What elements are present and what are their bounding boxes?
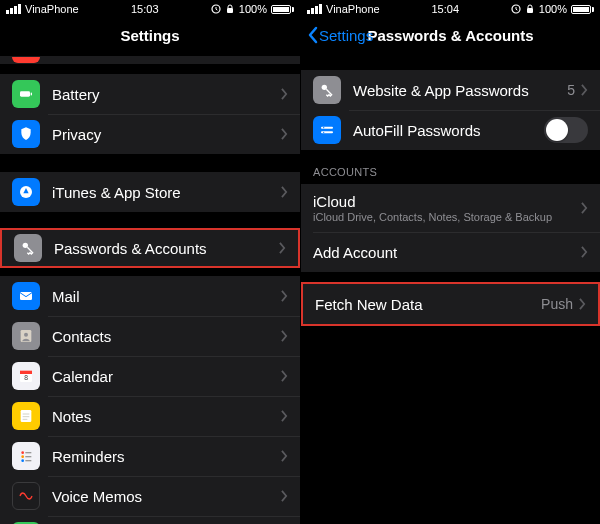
reminders-icon (12, 442, 40, 470)
settings-screen: VinaPhone 15:03 100% Settings BatteryPri… (0, 0, 300, 524)
svg-point-18 (21, 455, 24, 458)
row-contacts[interactable]: Contacts (0, 316, 300, 356)
svg-point-28 (323, 127, 324, 128)
row-voice-memos[interactable]: Voice Memos (0, 476, 300, 516)
settings-group: BatteryPrivacy (0, 74, 300, 154)
row-label: Passwords & Accounts (54, 240, 279, 257)
row-label: Fetch New Data (315, 296, 541, 313)
svg-rect-3 (31, 93, 32, 96)
svg-rect-2 (20, 91, 30, 96)
clock: 15:03 (131, 3, 159, 15)
svg-rect-12 (21, 410, 32, 422)
row-value: Push (541, 296, 573, 312)
signal-icon (6, 4, 21, 14)
status-bar: VinaPhone 15:04 100% (301, 0, 600, 18)
row-sublabel: iCloud Drive, Contacts, Notes, Storage &… (313, 211, 581, 223)
row-label: iTunes & App Store (52, 184, 281, 201)
row-privacy[interactable]: Privacy (0, 114, 300, 154)
row-passwords-accounts[interactable]: Passwords & Accounts (0, 228, 300, 268)
row-label: Reminders (52, 448, 281, 465)
chevron-right-icon (281, 290, 288, 302)
status-bar: VinaPhone 15:03 100% (0, 0, 300, 18)
notes-icon (12, 402, 40, 430)
back-button[interactable]: Settings (307, 26, 373, 44)
row-label: Voice Memos (52, 488, 281, 505)
partial-icon (12, 57, 40, 63)
row-label: Calendar (52, 368, 281, 385)
chevron-right-icon (279, 242, 286, 254)
svg-rect-24 (527, 8, 533, 13)
row-reminders[interactable]: Reminders (0, 436, 300, 476)
row-label: Notes (52, 408, 281, 425)
lock-icon (525, 4, 535, 14)
accounts-group: iCloudiCloud Drive, Contacts, Notes, Sto… (301, 184, 600, 272)
row-partial[interactable] (0, 56, 300, 64)
row-fetch-new-data[interactable]: Fetch New DataPush (303, 284, 598, 324)
calendar-icon: 8 (12, 362, 40, 390)
chevron-right-icon (581, 84, 588, 96)
row-mail[interactable]: Mail (0, 276, 300, 316)
signal-icon (307, 4, 322, 14)
accounts-header: ACCOUNTS (301, 150, 600, 184)
row-notes[interactable]: Notes (0, 396, 300, 436)
chevron-right-icon (281, 330, 288, 342)
back-label: Settings (319, 27, 373, 44)
battery-icon (571, 5, 594, 14)
settings-list[interactable]: BatteryPrivacyiTunes & App StorePassword… (0, 56, 300, 524)
page-title: Passwords & Accounts (367, 27, 533, 44)
row-itunes-app-store[interactable]: iTunes & App Store (0, 172, 300, 212)
row-label: Website & App Passwords (353, 82, 567, 99)
settings-group: iTunes & App Store (0, 172, 300, 212)
row-icloud[interactable]: iCloudiCloud Drive, Contacts, Notes, Sto… (301, 184, 600, 232)
row-website-app-passwords[interactable]: Website & App Passwords5 (301, 70, 600, 110)
row-autofill-passwords[interactable]: AutoFill Passwords (301, 110, 600, 150)
alarm-icon (511, 4, 521, 14)
chevron-right-icon (281, 128, 288, 140)
row-phone[interactable]: Phone (0, 516, 300, 524)
settings-group: MailContacts8CalendarNotesRemindersVoice… (0, 276, 300, 524)
nav-bar: Settings Passwords & Accounts (301, 18, 600, 52)
alarm-icon (211, 4, 221, 14)
svg-rect-26 (321, 127, 333, 129)
page-title: Settings (120, 27, 179, 44)
chevron-right-icon (581, 202, 588, 214)
mail-icon (12, 282, 40, 310)
autofill-icon (313, 116, 341, 144)
row-value: 5 (567, 82, 575, 98)
chevron-right-icon (579, 298, 586, 310)
svg-point-16 (21, 451, 24, 454)
chevron-right-icon (281, 370, 288, 382)
nav-bar: Settings (0, 18, 300, 52)
row-label: AutoFill Passwords (353, 122, 544, 139)
voicememos-icon (12, 482, 40, 510)
svg-point-20 (21, 459, 24, 462)
appstore-icon (12, 178, 40, 206)
svg-point-29 (323, 132, 324, 133)
svg-rect-27 (321, 131, 333, 133)
svg-rect-6 (20, 292, 32, 300)
chevron-right-icon (281, 450, 288, 462)
row-label: Battery (52, 86, 281, 103)
chevron-right-icon (281, 410, 288, 422)
row-battery[interactable]: Battery (0, 74, 300, 114)
key-icon (14, 234, 42, 262)
battery-icon (271, 5, 294, 14)
row-calendar[interactable]: 8Calendar (0, 356, 300, 396)
privacy-icon (12, 120, 40, 148)
chevron-right-icon (281, 490, 288, 502)
passwords-group: Website & App Passwords5AutoFill Passwor… (301, 70, 600, 150)
clock: 15:04 (431, 3, 459, 15)
battery-icon (12, 80, 40, 108)
row-label: Contacts (52, 328, 281, 345)
toggle[interactable] (544, 117, 588, 143)
lock-icon (225, 4, 235, 14)
battery-percent: 100% (239, 3, 267, 15)
passwords-accounts-screen: VinaPhone 15:04 100% Settings Passwords … (300, 0, 600, 524)
row-label: Add Account (313, 244, 581, 261)
key-icon (313, 76, 341, 104)
row-label: iCloud (313, 193, 581, 210)
battery-percent: 100% (539, 3, 567, 15)
row-add-account[interactable]: Add Account (301, 232, 600, 272)
row-label: Mail (52, 288, 281, 305)
chevron-right-icon (281, 88, 288, 100)
